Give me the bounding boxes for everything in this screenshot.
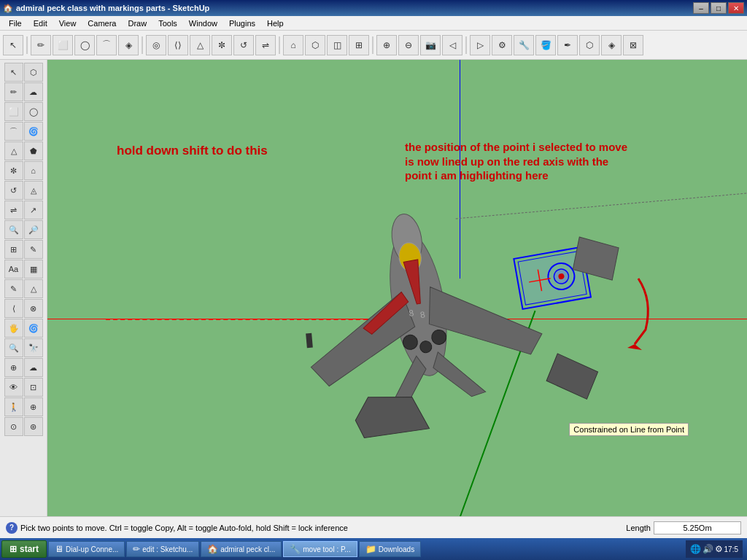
sidebar-tool-5-1[interactable]: ⌂ xyxy=(24,161,43,180)
sidebar-tool-12-1[interactable]: ⊗ xyxy=(24,299,43,318)
sidebar-tool-0-0[interactable]: ↖ xyxy=(4,63,23,82)
toolbar-tool-16[interactable]: ⊕ xyxy=(376,35,397,55)
sidebar-tool-13-0[interactable]: 🖐 xyxy=(4,319,23,338)
toolbar-tool-2[interactable]: ⬜ xyxy=(53,35,73,55)
sidebar-tool-7-1[interactable]: ↗ xyxy=(24,201,43,219)
sidebar-tool-1-1[interactable]: ☁ xyxy=(24,82,43,101)
taskbar-right: 🌐 🔊 ⚙ 17:5 xyxy=(686,540,746,558)
taskbar-dialup[interactable]: 🖥 Dial-up Conne... xyxy=(48,541,125,557)
sidebar-row-4: △⬟ xyxy=(4,141,43,160)
toolbar-tool-10[interactable]: ↺ xyxy=(233,35,254,55)
sidebar-tool-15-1[interactable]: ☁ xyxy=(24,358,43,377)
toolbar-tool-25[interactable]: ⬡ xyxy=(579,35,600,55)
sidebar-tool-11-1[interactable]: △ xyxy=(24,279,43,298)
toolbar-tool-15[interactable]: ⊞ xyxy=(349,35,369,55)
sidebar-tool-18-0[interactable]: ⊙ xyxy=(4,417,23,436)
toolbar-tool-4[interactable]: ⌒ xyxy=(96,35,117,55)
toolbar-tool-9[interactable]: ✼ xyxy=(212,35,232,55)
sidebar-tool-16-1[interactable]: ⊡ xyxy=(24,378,43,397)
sidebar-tool-15-0[interactable]: ⊕ xyxy=(4,358,23,377)
toolbar-tool-8[interactable]: △ xyxy=(190,35,210,55)
menu-item-plugins[interactable]: Plugins xyxy=(223,18,261,29)
sidebar-tool-17-0[interactable]: 🚶 xyxy=(4,397,23,416)
sidebar-tool-6-1[interactable]: ◬ xyxy=(24,181,43,200)
menu-item-draw[interactable]: Draw xyxy=(122,18,152,29)
sidebar-tool-13-1[interactable]: 🌀 xyxy=(24,319,43,338)
menu-item-help[interactable]: Help xyxy=(261,18,290,29)
downloads-label: Downloads xyxy=(379,545,414,553)
toolbar-tool-26[interactable]: ◈ xyxy=(601,35,622,55)
sidebar-row-14: 🔍🔭 xyxy=(4,338,43,357)
toolbar-tool-11[interactable]: ⇌ xyxy=(255,35,276,55)
windows-logo: ⊞ xyxy=(9,544,17,554)
sidebar-tool-9-0[interactable]: ⊞ xyxy=(4,240,23,259)
toolbar-tool-18[interactable]: 📷 xyxy=(420,35,441,55)
sidebar-tool-16-0[interactable]: 👁 xyxy=(4,378,23,397)
toolbar-tool-12[interactable]: ⌂ xyxy=(283,35,303,55)
sidebar-row-12: ⟨⊗ xyxy=(4,299,43,318)
sidebar-tool-5-0[interactable]: ✼ xyxy=(4,161,23,180)
sidebar-row-10: Aa▦ xyxy=(4,260,43,279)
sidebar-tool-8-0[interactable]: 🔍 xyxy=(4,220,23,239)
menu-item-tools[interactable]: Tools xyxy=(152,18,183,29)
toolbar-tool-27[interactable]: ⊠ xyxy=(623,35,643,55)
toolbar-tool-22[interactable]: 🔧 xyxy=(514,35,534,55)
toolbar-tool-24[interactable]: ✒ xyxy=(557,35,578,55)
toolbar-tool-6[interactable]: ◎ xyxy=(146,35,166,55)
sidebar-tool-14-1[interactable]: 🔭 xyxy=(24,338,43,357)
taskbar-movetool[interactable]: 🔧 move tool : P... xyxy=(283,541,357,557)
sidebar-tool-3-0[interactable]: ⌒ xyxy=(4,122,23,141)
toolbar-tool-0[interactable]: ↖ xyxy=(3,35,23,55)
sidebar-tool-10-1[interactable]: ▦ xyxy=(24,260,43,279)
canvas-area[interactable]: hold down shift to do this the position … xyxy=(47,60,747,516)
downloads-icon: 📁 xyxy=(365,544,376,554)
sidebar-tool-4-1[interactable]: ⬟ xyxy=(24,141,43,160)
menu-item-window[interactable]: Window xyxy=(183,18,223,29)
toolbar-tool-7[interactable]: ⟨⟩ xyxy=(168,35,188,55)
taskbar-sketchup-edit[interactable]: ✏ edit : Sketchu... xyxy=(126,541,199,557)
sidebar-tool-11-0[interactable]: ✎ xyxy=(4,279,23,298)
taskbar-downloads[interactable]: 📁 Downloads xyxy=(359,541,421,557)
toolbar-tool-13[interactable]: ⬡ xyxy=(305,35,325,55)
minimize-button[interactable]: – xyxy=(693,2,709,14)
taskbar-admiral[interactable]: 🏠 admiral peck cl... xyxy=(201,541,282,557)
toolbar-tool-3[interactable]: ◯ xyxy=(74,35,95,55)
menu-item-file[interactable]: File xyxy=(3,18,28,29)
sidebar-tool-14-0[interactable]: 🔍 xyxy=(4,338,23,357)
sidebar-tool-3-1[interactable]: 🌀 xyxy=(24,122,43,141)
sidebar-tool-12-0[interactable]: ⟨ xyxy=(4,299,23,318)
sidebar-tool-17-1[interactable]: ⊕ xyxy=(24,397,43,416)
toolbar-tool-19[interactable]: ◁ xyxy=(442,35,462,55)
start-label: start xyxy=(20,544,39,554)
title-bar-controls[interactable]: – □ ✕ xyxy=(693,2,744,14)
sidebar-tool-7-0[interactable]: ⇌ xyxy=(4,201,23,219)
status-bar: ? Pick two points to move. Ctrl = toggle… xyxy=(0,516,747,538)
toolbar-tool-17[interactable]: ⊖ xyxy=(398,35,419,55)
edit-icon: ✏ xyxy=(133,544,140,554)
menu-item-edit[interactable]: Edit xyxy=(28,18,53,29)
sidebar-tool-2-0[interactable]: ⬜ xyxy=(4,102,23,121)
toolbar-tool-5[interactable]: ◈ xyxy=(118,35,139,55)
sidebar-row-15: ⊕☁ xyxy=(4,358,43,377)
toolbar-tool-1[interactable]: ✏ xyxy=(31,35,51,55)
sidebar-tool-6-0[interactable]: ↺ xyxy=(4,181,23,200)
sidebar-tool-0-1[interactable]: ⬡ xyxy=(24,63,43,82)
sidebar-tool-10-0[interactable]: Aa xyxy=(4,260,23,279)
close-button[interactable]: ✕ xyxy=(728,2,744,14)
menu-item-camera[interactable]: Camera xyxy=(82,18,122,29)
toolbar-tool-14[interactable]: ◫ xyxy=(327,35,347,55)
sidebar-tool-9-1[interactable]: ✎ xyxy=(24,240,43,259)
sidebar-tool-1-0[interactable]: ✏ xyxy=(4,82,23,101)
maximize-button[interactable]: □ xyxy=(711,2,727,14)
menu-item-view[interactable]: View xyxy=(53,18,82,29)
sidebar-tool-4-0[interactable]: △ xyxy=(4,141,23,160)
toolbar-tool-21[interactable]: ⚙ xyxy=(492,35,512,55)
start-button[interactable]: ⊞ start xyxy=(1,540,47,558)
sidebar-row-6: ↺◬ xyxy=(4,181,43,200)
length-value[interactable]: 5.25Om xyxy=(654,521,741,534)
sidebar-tool-8-1[interactable]: 🔎 xyxy=(24,220,43,239)
toolbar-tool-20[interactable]: ▷ xyxy=(470,35,490,55)
sidebar-tool-18-1[interactable]: ⊛ xyxy=(24,417,43,436)
sidebar-tool-2-1[interactable]: ◯ xyxy=(24,102,43,121)
toolbar-tool-23[interactable]: 🪣 xyxy=(535,35,556,55)
